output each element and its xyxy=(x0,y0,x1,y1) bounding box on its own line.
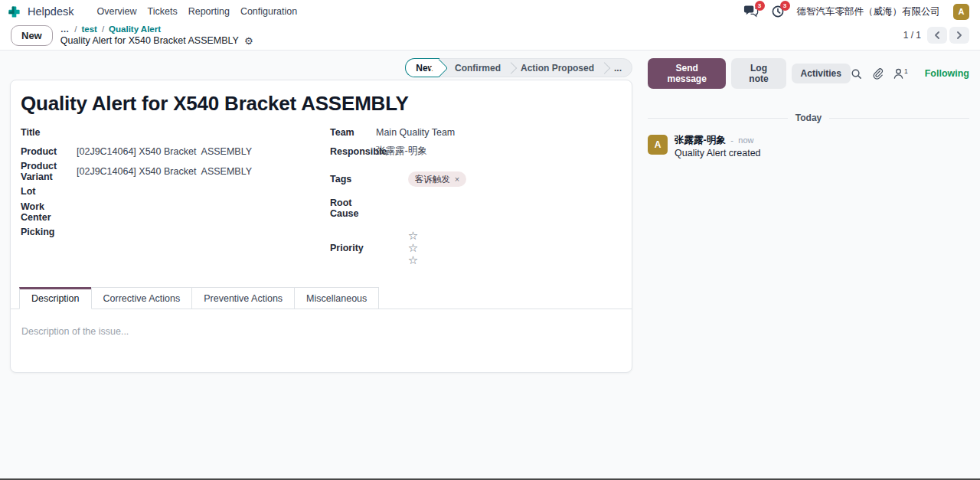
breadcrumb: … / test / Quality Alert xyxy=(60,24,253,34)
field-label-responsible: Responsible xyxy=(330,146,376,157)
breadcrumb-separator: / xyxy=(74,24,77,34)
field-label-lot: Lot xyxy=(21,186,77,197)
field-row-responsible: Responsible 张露露-明象 xyxy=(330,142,622,162)
messages-badge: 3 xyxy=(755,1,765,11)
messages-menu[interactable]: 3 xyxy=(743,5,759,18)
tab-description[interactable]: Description xyxy=(19,287,92,309)
field-label-root-cause: Root Cause xyxy=(330,198,376,219)
divider-line xyxy=(648,118,788,119)
field-value-work-center[interactable] xyxy=(77,207,321,217)
breadcrumb-separator: / xyxy=(102,24,104,34)
chatter-message: A 张露露-明象 - now Quality Alert created xyxy=(648,135,969,158)
form-card: Quality Alert for X540 Bracket ASSEMBLY … xyxy=(10,80,632,373)
stage-more[interactable]: ... xyxy=(604,59,632,77)
tag-remove-icon[interactable]: × xyxy=(455,175,459,184)
stage-action-proposed[interactable]: Action Proposed xyxy=(511,59,604,77)
field-row-lot: Lot xyxy=(21,182,321,201)
field-row-picking: Picking xyxy=(21,223,321,242)
field-value-picking[interactable] xyxy=(77,227,321,237)
tab-miscellaneous[interactable]: Miscellaneous xyxy=(294,287,379,309)
field-value-title[interactable] xyxy=(77,127,321,138)
user-avatar[interactable]: A xyxy=(953,4,969,20)
field-label-title: Title xyxy=(21,127,77,138)
pager-count: 1 / 1 xyxy=(903,30,921,41)
chatter-panel: Send message Log note Activities 1 Follo… xyxy=(648,58,969,158)
field-value-product-variant[interactable]: [02J9C14064] X540 Bracket ASSEMBLY xyxy=(77,166,321,177)
field-row-priority: Priority ☆ ☆ ☆ xyxy=(330,219,622,277)
field-label-work-center: Work Center xyxy=(21,201,77,223)
field-row-product: Product [02J9C14064] X540 Bracket ASSEMB… xyxy=(21,142,321,162)
description-tab-content: Description of the issue... xyxy=(11,309,632,352)
attachment-paperclip-icon[interactable] xyxy=(872,68,884,80)
tab-preventive-actions[interactable]: Preventive Actions xyxy=(191,287,295,309)
top-header: Helpdesk Overview Tickets Reporting Conf… xyxy=(0,0,980,51)
field-value-tags[interactable]: 客诉触发 × xyxy=(376,161,622,198)
field-label-product-variant: Product Variant xyxy=(21,161,77,182)
form-fields: Title Product [02J9C14064] X540 Bracket … xyxy=(11,123,632,277)
date-divider-label: Today xyxy=(795,113,822,123)
field-label-tags: Tags xyxy=(330,174,376,184)
breadcrumb-link-quality-alert[interactable]: Quality Alert xyxy=(109,24,161,34)
search-messages-icon[interactable] xyxy=(851,68,862,80)
priority-star-2-icon[interactable]: ☆ xyxy=(408,241,418,254)
followers-count: 1 xyxy=(904,68,908,75)
followers-icon[interactable]: 1 xyxy=(893,68,908,79)
field-label-priority: Priority xyxy=(330,243,376,253)
breadcrumb-current: Quality Alert for X540 Bracket ASSEMBLY xyxy=(60,34,239,47)
following-toggle[interactable]: Following xyxy=(925,68,969,79)
priority-star-3-icon[interactable]: ☆ xyxy=(408,253,418,266)
message-time: now xyxy=(738,136,753,145)
form-title[interactable]: Quality Alert for X540 Bracket ASSEMBLY xyxy=(21,92,622,116)
field-value-responsible[interactable]: 张露露-明象 xyxy=(376,145,622,158)
message-author[interactable]: 张露露-明象 xyxy=(675,135,726,145)
log-note-button[interactable]: Log note xyxy=(731,58,786,89)
field-value-root-cause[interactable] xyxy=(376,203,622,214)
message-time-separator: - xyxy=(730,136,733,145)
tag-pill[interactable]: 客诉触发 × xyxy=(408,171,466,187)
field-row-title: Title xyxy=(21,123,321,142)
nav-item-configuration[interactable]: Configuration xyxy=(240,6,297,17)
control-panel: New … / test / Quality Alert Quality Ale… xyxy=(0,21,980,47)
field-label-picking: Picking xyxy=(21,227,77,237)
field-row-root-cause: Root Cause xyxy=(330,198,622,219)
pager-prev-button[interactable] xyxy=(927,27,947,44)
pager-next-button[interactable] xyxy=(949,27,969,44)
divider-line xyxy=(829,118,969,119)
field-row-team: Team Main Quality Team xyxy=(330,123,622,142)
message-avatar[interactable]: A xyxy=(648,135,668,155)
helpdesk-app-icon[interactable] xyxy=(8,5,21,18)
nav-item-overview[interactable]: Overview xyxy=(96,6,136,17)
new-button[interactable]: New xyxy=(11,25,53,46)
date-divider: Today xyxy=(648,113,969,123)
nav-item-tickets[interactable]: Tickets xyxy=(148,6,178,17)
message-body: Quality Alert created xyxy=(675,148,761,158)
status-bar: New Confirmed Action Proposed ... xyxy=(405,58,632,77)
field-row-work-center: Work Center xyxy=(21,201,321,223)
activities-menu[interactable]: 3 xyxy=(772,5,784,18)
stage-new[interactable]: New xyxy=(405,58,439,77)
nav-item-reporting[interactable]: Reporting xyxy=(188,6,230,17)
tag-label: 客诉触发 xyxy=(415,174,450,185)
main-nav: Helpdesk Overview Tickets Reporting Conf… xyxy=(0,0,980,21)
gear-icon[interactable]: ⚙ xyxy=(244,36,253,46)
breadcrumb-link-test[interactable]: test xyxy=(81,24,96,34)
company-switcher[interactable]: 德智汽车零部件（威海）有限公司 xyxy=(797,5,941,18)
field-value-team[interactable]: Main Quality Team xyxy=(376,127,622,138)
priority-star-1-icon[interactable]: ☆ xyxy=(408,229,418,242)
description-editor[interactable]: Description of the issue... xyxy=(21,326,129,337)
tab-corrective-actions[interactable]: Corrective Actions xyxy=(91,287,193,309)
field-row-product-variant: Product Variant [02J9C14064] X540 Bracke… xyxy=(21,161,321,182)
activities-button[interactable]: Activities xyxy=(792,64,851,83)
field-label-product: Product xyxy=(21,146,77,157)
send-message-button[interactable]: Send message xyxy=(648,58,726,89)
field-row-tags: Tags 客诉触发 × xyxy=(330,161,622,198)
activities-badge: 3 xyxy=(780,1,790,11)
app-name[interactable]: Helpdesk xyxy=(28,5,74,18)
stage-confirmed[interactable]: Confirmed xyxy=(439,59,511,77)
chevron-right-icon xyxy=(956,31,962,39)
chevron-left-icon xyxy=(934,31,940,39)
content-area: New Confirmed Action Proposed ... Qualit… xyxy=(0,51,980,480)
field-value-product[interactable]: [02J9C14064] X540 Bracket ASSEMBLY xyxy=(77,146,321,157)
breadcrumb-ellipsis[interactable]: … xyxy=(60,24,70,34)
field-value-lot[interactable] xyxy=(77,186,321,197)
